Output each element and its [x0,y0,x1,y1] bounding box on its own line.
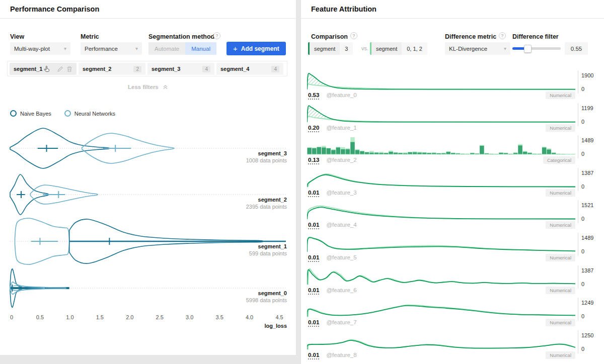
bar-dark [317,147,322,154]
y-axis-max-label: 1489 [581,235,593,241]
feature-name[interactable]: @feature_4 [326,222,356,228]
bar-dark [408,152,412,154]
slider-handle[interactable] [524,45,532,53]
toggle-option-manual[interactable]: Manual [185,42,216,55]
feature-name[interactable]: @feature_7 [326,319,356,325]
feature-name[interactable]: @feature_0 [326,92,356,98]
difference-filter-slider[interactable] [512,47,561,50]
feature-type-badge: Numerical [546,92,575,99]
violin-row-count: 2395 data points [246,204,287,210]
feature-y-axis: 14890 [578,233,603,256]
delete-segment-icon[interactable] [66,66,72,72]
violin-row-label: segment_0 [258,290,287,296]
bar-dark [394,153,398,154]
bar-dark [308,148,312,154]
feature-attribution-panel: Feature Attribution Comparison ? segment… [301,0,604,364]
bar-dark [413,152,417,154]
segment-count-badge: 2 [133,66,141,72]
help-icon[interactable]: ? [499,32,506,39]
feature-distribution-chart [307,135,575,157]
bar-dark [322,148,326,155]
bar-dark [369,153,374,154]
feature-score: 0.13 [308,157,319,164]
help-icon[interactable]: ? [213,32,220,39]
x-axis-tick-label: 3.0 [186,314,193,320]
feature-score: 0.20 [308,125,319,132]
bar-dark [355,150,360,155]
model-legend: Naive Bayes Neural Networks [10,110,115,117]
edit-segment-icon[interactable] [57,66,63,72]
bar-dark [542,148,547,155]
feature-distribution-chart [307,168,575,190]
feature-y-axis: 12490 [578,298,603,321]
y-axis-max-label: 1489 [581,137,593,143]
feature-distribution-chart [307,298,575,320]
feature-type-badge: Numerical [546,287,575,294]
hatched-difference-area [307,106,575,122]
feature-y-axis: 12500 [578,330,603,353]
bar-dark [523,152,527,154]
feature-name[interactable]: @feature_6 [326,287,356,293]
feature-name[interactable]: @feature_3 [326,190,356,196]
feature-meta: 0.01@feature_5 [308,254,357,262]
comparison-label: Comparison [311,33,348,40]
feature-name[interactable]: @feature_2 [326,157,356,163]
segmentation-toggle: Automate Manual [148,42,216,55]
bar-dark [422,153,427,154]
segment-chip-4[interactable]: segment_4 4 [216,63,283,75]
x-axis-tick-label: 2.5 [156,314,164,320]
feature-name[interactable]: @feature_5 [326,254,356,260]
x-axis-tick-label: 4.5 [275,314,283,320]
help-icon[interactable]: ? [350,32,357,39]
metric-dropdown-value: Performance [85,46,118,52]
performance-comparison-panel: Performance Comparison View Multi-way-pl… [0,0,296,355]
comparison-segment-a[interactable]: segment 3 [308,42,353,55]
feature-score: 0.01 [308,319,319,327]
less-filters-button[interactable]: Less filters [0,84,296,90]
y-axis-min-label: 0 [581,151,584,157]
legend-item-naive-bayes[interactable]: Naive Bayes [10,110,51,117]
segment-chip-2[interactable]: segment_2 2 [79,63,145,75]
difference-filter-value: 0.55 [565,42,588,55]
bar-dark [341,149,345,154]
feature-y-axis: 11990 [578,103,603,126]
comparison-segment-b[interactable]: segment 0, 1, 2 [370,42,427,55]
bar-dark [350,142,355,155]
bar-dark [365,152,369,154]
chevron-double-up-icon [163,84,168,89]
y-axis-max-label: 1249 [581,300,593,306]
y-axis-max-label: 1250 [581,332,593,338]
less-filters-label: Less filters [128,84,159,90]
difference-filter-label: Difference filter [512,33,559,40]
bar-dark [417,153,422,154]
bar-dark [312,148,317,154]
bar-dark [446,152,451,154]
feature-distribution-chart [307,103,575,125]
view-label: View [10,33,24,40]
feature-type-badge: Numerical [546,124,575,132]
legend-label: Naive Bayes [20,111,51,117]
violin-row-count: 5998 data points [246,297,287,303]
segment-a-value: 3 [340,46,353,52]
feature-score: 0.53 [308,92,319,100]
feature-meta: 0.01@feature_4 [308,222,357,229]
view-dropdown[interactable]: Multi-way-plot ▾ [10,42,70,55]
x-axis-tick-label: 4.0 [246,314,253,320]
bar-dark [331,150,336,155]
distribution-curve-light [307,206,575,220]
legend-item-neural-networks[interactable]: Neural Networks [64,110,115,117]
segment-b-value: 0, 1, 2 [402,46,427,52]
segment-chip-3[interactable]: segment_3 4 [147,63,214,75]
hatched-difference-area [307,206,575,220]
segment-chip-1[interactable]: segment_1 [10,63,77,75]
difference-metric-dropdown[interactable]: KL-Divergence ▾ [445,42,510,55]
feature-name[interactable]: @feature_8 [326,352,356,358]
metric-label: Metric [81,33,99,40]
feature-name[interactable]: @feature_1 [326,125,356,131]
add-segment-button[interactable]: + Add segment [226,42,286,55]
toggle-option-automate[interactable]: Automate [148,42,185,55]
bar-dark [327,148,331,154]
metric-dropdown[interactable]: Performance ▾ [81,42,142,55]
feature-score: 0.01 [308,222,319,229]
feature-meta: 0.20@feature_1 [308,125,357,132]
